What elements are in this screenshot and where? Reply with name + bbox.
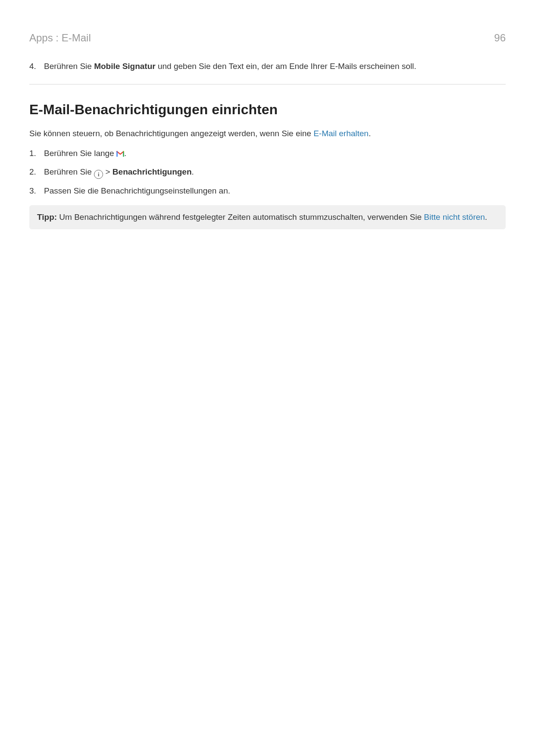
text: Passen Sie die Benachrichtigungseinstell… [44, 186, 230, 195]
text: Berühren Sie lange [44, 149, 116, 158]
bold-text: Benachrichtigungen [113, 167, 192, 176]
text: und geben Sie den Text ein, der am Ende … [156, 62, 416, 71]
breadcrumb: Apps : E-Mail [29, 30, 91, 46]
step-number: 2. [29, 166, 38, 179]
bold-text: Mobile Signatur [94, 62, 156, 71]
text: . [485, 212, 487, 222]
text: Um Benachrichtigungen während festgelegt… [57, 212, 424, 222]
step-2: 2. Berühren Sie i > Benachrichtigungen. [29, 166, 506, 179]
bitte-nicht-stoeren-link[interactable]: Bitte nicht stören [424, 212, 485, 222]
text: Sie können steuern, ob Benachrichtigunge… [29, 129, 313, 138]
section-divider [29, 84, 506, 84]
text: . [124, 149, 126, 158]
page-header: Apps : E-Mail 96 [29, 30, 506, 46]
separator: > [103, 167, 113, 176]
page-number: 96 [494, 30, 506, 46]
text: . [192, 167, 194, 176]
step-body: Berühren Sie lange . [44, 147, 506, 160]
step-1: 1. Berühren Sie lange . [29, 147, 506, 160]
step-number: 1. [29, 147, 38, 160]
tip-box: Tipp: Um Benachrichtigungen während fest… [29, 205, 506, 230]
step-body: Berühren Sie i > Benachrichtigungen. [44, 166, 506, 179]
step-body: Berühren Sie Mobile Signatur und geben S… [44, 60, 506, 73]
text: Berühren Sie [44, 62, 94, 71]
step-number: 3. [29, 185, 38, 197]
step-body: Passen Sie die Benachrichtigungseinstell… [44, 185, 506, 197]
previous-step-4: 4. Berühren Sie Mobile Signatur und gebe… [29, 60, 506, 73]
steps-list: 1. Berühren Sie lange . 2. Berühren Sie … [29, 147, 506, 197]
section-title: E-Mail-Benachrichtigungen einrichten [29, 99, 506, 120]
gmail-icon [116, 148, 124, 154]
email-erhalten-link[interactable]: E-Mail erhalten [313, 129, 369, 138]
tip-label: Tipp: [37, 212, 57, 222]
info-icon: i [94, 170, 103, 179]
text: Berühren Sie [44, 167, 94, 176]
step-3: 3. Passen Sie die Benachrichtigungseinst… [29, 185, 506, 197]
step-number: 4. [29, 60, 38, 73]
text: . [369, 129, 371, 138]
section-intro: Sie können steuern, ob Benachrichtigunge… [29, 128, 506, 140]
